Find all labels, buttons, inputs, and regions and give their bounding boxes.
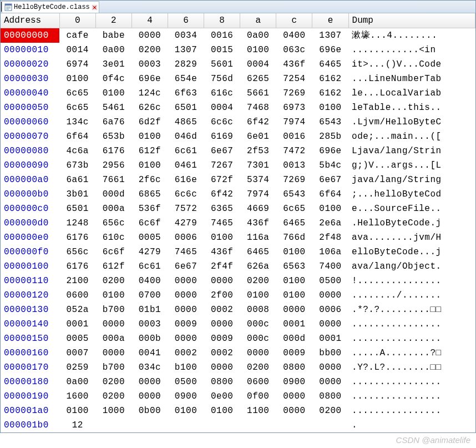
hex-cell[interactable]: 0259 bbox=[59, 360, 95, 375]
hex-cell[interactable]: 0900 bbox=[168, 389, 204, 404]
hex-cell[interactable]: 0200 bbox=[95, 274, 131, 288]
hex-cell[interactable]: 6974 bbox=[59, 57, 95, 72]
hex-cell[interactable]: 0100 bbox=[59, 72, 95, 86]
hex-cell[interactable]: 4279 bbox=[131, 245, 168, 259]
hex-cell[interactable]: 0100 bbox=[240, 288, 276, 303]
hex-cell[interactable] bbox=[240, 418, 276, 432]
hex-cell[interactable]: 0500 bbox=[312, 274, 348, 288]
dump-cell[interactable]: ................ bbox=[348, 331, 475, 346]
hex-cell[interactable]: 0001 bbox=[59, 317, 95, 331]
address-cell[interactable]: 00000030 bbox=[1, 72, 59, 86]
hex-cell[interactable]: 0005 bbox=[131, 230, 168, 245]
table-row[interactable]: 000000706f64653b0100046d61696e010016285b… bbox=[1, 129, 475, 144]
hex-cell[interactable]: 766d bbox=[276, 230, 312, 245]
hex-cell[interactable]: 0100 bbox=[276, 288, 312, 303]
table-row[interactable]: 000001800a000200000005000800060009000000… bbox=[1, 375, 475, 389]
hex-cell[interactable]: 0100 bbox=[59, 404, 95, 418]
hex-cell[interactable]: 0000 bbox=[276, 303, 312, 317]
hex-cell[interactable]: 6c65 bbox=[59, 86, 95, 100]
hex-cell[interactable]: 612f bbox=[95, 259, 131, 274]
table-row[interactable]: 000001700259b700034cb1000000020008000000… bbox=[1, 360, 475, 375]
hex-cell[interactable]: 6465 bbox=[240, 245, 276, 259]
hex-cell[interactable]: 6c6c bbox=[204, 115, 240, 129]
hex-cell[interactable]: 6176 bbox=[59, 259, 95, 274]
address-cell[interactable]: 00000130 bbox=[1, 303, 59, 317]
hex-cell[interactable]: 0400 bbox=[131, 274, 168, 288]
hex-cell[interactable]: 0002 bbox=[168, 346, 204, 360]
hex-cell[interactable]: 7301 bbox=[240, 158, 276, 173]
hex-cell[interactable]: 6c65 bbox=[276, 202, 312, 216]
hex-cell[interactable]: 0000 bbox=[312, 288, 348, 303]
hex-cell[interactable]: 0e00 bbox=[204, 389, 240, 404]
address-cell[interactable]: 00000150 bbox=[1, 331, 59, 346]
hex-cell[interactable]: 6c61 bbox=[168, 144, 204, 158]
hex-cell[interactable]: 0200 bbox=[312, 404, 348, 418]
hex-cell[interactable]: 0014 bbox=[59, 43, 95, 57]
hex-cell[interactable]: 2f6c bbox=[131, 173, 168, 187]
hex-cell[interactable]: 0b00 bbox=[131, 404, 168, 418]
address-cell[interactable]: 000000c0 bbox=[1, 202, 59, 216]
hex-cell[interactable] bbox=[204, 418, 240, 432]
hex-cell[interactable]: 0100 bbox=[131, 129, 168, 144]
table-row[interactable]: 0000019016000200000009000e000f0000000800… bbox=[1, 389, 475, 404]
hex-cell[interactable]: 0800 bbox=[276, 360, 312, 375]
hex-cell[interactable]: 2e6a bbox=[312, 216, 348, 230]
address-cell[interactable]: 00000180 bbox=[1, 375, 59, 389]
hex-cell[interactable]: 000d bbox=[95, 187, 131, 202]
header-col-e[interactable]: e bbox=[312, 13, 348, 28]
dump-cell[interactable]: .Y?.L?........□□ bbox=[348, 360, 475, 375]
hex-cell[interactable]: 0000 bbox=[131, 28, 168, 43]
hex-cell[interactable]: cafe bbox=[59, 28, 95, 43]
hex-cell[interactable]: 0200 bbox=[240, 360, 276, 375]
table-row[interactable]: 00000090673b2956010004617267730100135b4c… bbox=[1, 158, 475, 173]
hex-cell[interactable]: 0000 bbox=[276, 404, 312, 418]
hex-cell[interactable]: 6c6c bbox=[168, 187, 204, 202]
hex-cell[interactable]: 0000 bbox=[240, 346, 276, 360]
table-row[interactable]: 00000000cafebabe0000003400160a0004001307… bbox=[1, 28, 475, 43]
table-row[interactable]: 0000012006000100070000002f00010001000000… bbox=[1, 288, 475, 303]
hex-cell[interactable]: 656c bbox=[59, 245, 95, 259]
hex-cell[interactable]: bb00 bbox=[312, 346, 348, 360]
hex-cell[interactable]: 0461 bbox=[168, 158, 204, 173]
hex-cell[interactable]: 0100 bbox=[204, 404, 240, 418]
table-row[interactable]: 000000c06501000a536f7572636546696c650100… bbox=[1, 202, 475, 216]
hex-cell[interactable]: 046d bbox=[168, 129, 204, 144]
header-dump[interactable]: Dump bbox=[348, 13, 475, 28]
hex-cell[interactable]: 0400 bbox=[276, 28, 312, 43]
hex-cell[interactable]: 7974 bbox=[240, 187, 276, 202]
table-row[interactable]: 000001a0010010000b0001000100110000000200… bbox=[1, 404, 475, 418]
hex-cell[interactable]: 0000 bbox=[204, 360, 240, 375]
hex-cell[interactable]: 0004 bbox=[204, 100, 240, 115]
table-row[interactable]: 000001006176612f6c616e672f4f626a65637400… bbox=[1, 259, 475, 274]
hex-cell[interactable]: 7465 bbox=[204, 216, 240, 230]
hex-cell[interactable]: 5461 bbox=[95, 100, 131, 115]
header-col-6[interactable]: 6 bbox=[168, 13, 204, 28]
hex-cell[interactable]: 1000 bbox=[95, 404, 131, 418]
hex-cell[interactable]: 0000 bbox=[312, 375, 348, 389]
address-cell[interactable]: 00000110 bbox=[1, 274, 59, 288]
hex-cell[interactable]: 0016 bbox=[204, 28, 240, 43]
address-cell[interactable]: 00000050 bbox=[1, 100, 59, 115]
hex-cell[interactable]: 0700 bbox=[131, 288, 168, 303]
hex-cell[interactable]: 6162 bbox=[312, 72, 348, 86]
hex-cell[interactable]: 654e bbox=[168, 72, 204, 86]
hex-cell[interactable]: 612f bbox=[131, 144, 168, 158]
hex-cell[interactable]: 5b4c bbox=[312, 158, 348, 173]
hex-cell[interactable]: 3e01 bbox=[95, 57, 131, 72]
hex-cell[interactable]: 7974 bbox=[276, 115, 312, 129]
hex-cell[interactable]: 436f bbox=[276, 57, 312, 72]
table-row[interactable]: 0000002069743e010003282956010004436f6465… bbox=[1, 57, 475, 72]
hex-cell[interactable]: 0005 bbox=[59, 331, 95, 346]
hex-cell[interactable]: 0100 bbox=[276, 274, 312, 288]
table-row[interactable]: 000001600007000000410002000200000009bb00… bbox=[1, 346, 475, 360]
hex-cell[interactable]: 0000 bbox=[95, 317, 131, 331]
table-row[interactable]: 0000011021000200040000000000020001000500… bbox=[1, 274, 475, 288]
dump-cell[interactable]: it>...()V...Code bbox=[348, 57, 475, 72]
hex-cell[interactable]: 0009 bbox=[276, 346, 312, 360]
hex-cell[interactable]: 000d bbox=[276, 331, 312, 346]
dump-cell[interactable]: ...LineNumberTab bbox=[348, 72, 475, 86]
hex-cell[interactable]: b100 bbox=[168, 360, 204, 375]
address-cell[interactable]: 000000a0 bbox=[1, 173, 59, 187]
hex-cell[interactable]: 7269 bbox=[276, 86, 312, 100]
hex-cell[interactable]: 626a bbox=[240, 259, 276, 274]
